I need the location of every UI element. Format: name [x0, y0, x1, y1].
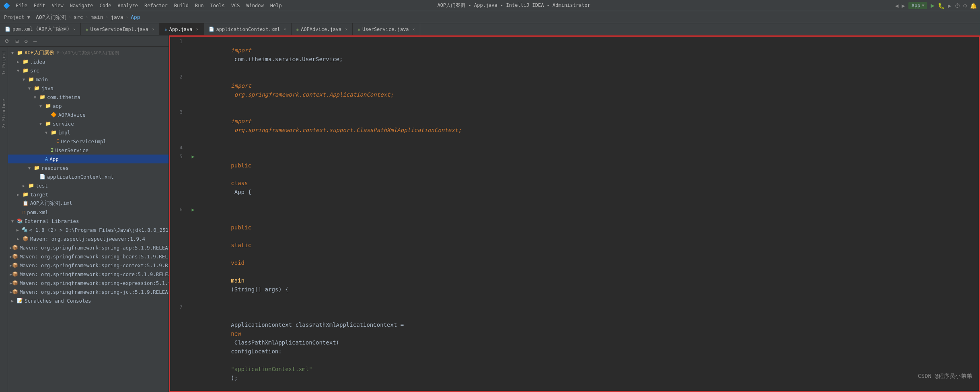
- menu-help[interactable]: Help: [268, 2, 284, 9]
- tree-node-target[interactable]: ▶ 📁 target: [8, 190, 168, 199]
- tree-node-main[interactable]: ▼ 📁 main: [8, 75, 168, 84]
- minimize-icon[interactable]: —: [32, 37, 38, 45]
- tree-node-jdk[interactable]: ▶ 🔩 < 1.8 (2) > D:\Program Files\Java\jd…: [8, 225, 168, 234]
- menu-window[interactable]: Window: [244, 2, 266, 9]
- tree-node-aopiml[interactable]: ▶ 📋 AOP入门案例.iml: [8, 199, 168, 208]
- tree-node-extlibs[interactable]: ▼ 📚 External Libraries: [8, 217, 168, 225]
- expand-root[interactable]: ▼: [11, 51, 17, 55]
- gutter-5[interactable]: ▶: [189, 152, 197, 161]
- tree-node-idea[interactable]: ▶ 📁 .idea: [8, 57, 168, 66]
- tab-aopadvice[interactable]: ☕ AOPAdvice.java ✕: [292, 23, 353, 35]
- tree-node-service[interactable]: ▼ 📁 service: [8, 119, 168, 128]
- back-icon[interactable]: ◀: [895, 2, 898, 9]
- tree-node-userservice[interactable]: ▶ I UserService: [8, 146, 168, 155]
- collapse-all-icon[interactable]: ⊟: [14, 37, 20, 45]
- expand-extlibs[interactable]: ▼: [11, 219, 17, 223]
- expand-idea[interactable]: ▶: [17, 60, 23, 64]
- expand-resources[interactable]: ▼: [28, 166, 34, 170]
- line-content-4[interactable]: [197, 143, 980, 152]
- coverage-button[interactable]: ▶: [948, 2, 951, 9]
- tab-userserviceimpl[interactable]: ☕ UserServiceImpl.java ✕: [81, 23, 160, 35]
- tree-node-java[interactable]: ▼ 📁 java: [8, 84, 168, 93]
- run-config-dropdown-icon[interactable]: ▼: [922, 3, 924, 8]
- gutter-6[interactable]: ▶: [189, 205, 197, 214]
- breadcrumb-project[interactable]: AOP入门案例: [36, 14, 66, 21]
- menu-navigate[interactable]: Navigate: [68, 2, 96, 9]
- notification-button[interactable]: 🔔: [970, 2, 977, 9]
- menu-code[interactable]: Code: [97, 2, 114, 9]
- code-content[interactable]: 1 import com.itheima.service.UserService…: [169, 35, 980, 392]
- tab-app-java[interactable]: ☕ App.java ✕: [160, 23, 203, 35]
- tab-userservice[interactable]: ☕ UserService.java ✕: [353, 23, 420, 35]
- tree-node-springbeans[interactable]: ▶ 📦 Maven: org.springframework:spring-be…: [8, 252, 168, 261]
- tree-node-springcontext[interactable]: ▶ 📦 Maven: org.springframework:spring-co…: [8, 261, 168, 270]
- tree-node-pomxml[interactable]: ▶ m pom.xml: [8, 208, 168, 217]
- expand-java[interactable]: ▼: [28, 86, 34, 91]
- tree-node-comitheima[interactable]: ▼ 📁 com.itheima: [8, 93, 168, 101]
- expand-src[interactable]: ▼: [17, 68, 23, 73]
- expand-target[interactable]: ▶: [17, 192, 23, 197]
- code-editor[interactable]: 1 import com.itheima.service.UserService…: [169, 35, 980, 392]
- menu-build[interactable]: Build: [172, 2, 191, 9]
- menu-view[interactable]: View: [49, 2, 66, 9]
- breadcrumb-src[interactable]: src: [74, 14, 83, 20]
- tab-close-pom[interactable]: ✕: [73, 27, 76, 31]
- tree-node-aopadvice[interactable]: ▶ 🔶 AOPAdvice: [8, 110, 168, 119]
- tab-pom-xml[interactable]: 📄 pom.xml (AOP入门案例) ✕: [0, 23, 81, 35]
- tree-node-aop[interactable]: ▼ 📁 aop: [8, 101, 168, 110]
- tab-close-app[interactable]: ✕: [196, 27, 199, 31]
- expand-jdk[interactable]: ▶: [16, 228, 22, 232]
- expand-scratches[interactable]: ▶: [11, 299, 17, 303]
- debug-button[interactable]: 🐛: [938, 2, 945, 9]
- breadcrumb-java[interactable]: java: [111, 14, 123, 20]
- menu-tools[interactable]: Tools: [208, 2, 227, 9]
- expand-comitheima[interactable]: ▼: [34, 95, 39, 99]
- vtab-project[interactable]: 1: Project: [2, 51, 6, 75]
- line-content-1[interactable]: import com.itheima.service.UserService;: [197, 37, 980, 72]
- tree-node-root[interactable]: ▼ 📁 AOP入门案例 E:\AOP入门案例\AOP入门案例: [8, 48, 168, 57]
- tree-node-scratches[interactable]: ▶ 📝 Scratches and Consoles: [8, 296, 168, 305]
- profile-button[interactable]: ⏱: [955, 2, 960, 9]
- line-content-5[interactable]: public class App {: [197, 152, 980, 205]
- tree-node-springcore[interactable]: ▶ 📦 Maven: org.springframework:spring-co…: [8, 270, 168, 279]
- tab-appcontext-xml[interactable]: 📄 applicationContext.xml ✕: [204, 23, 292, 35]
- tree-node-springjcl[interactable]: ▶ 📦 Maven: org.springframework:spring-jc…: [8, 287, 168, 296]
- menu-refactor[interactable]: Refactor: [142, 2, 170, 9]
- menu-run[interactable]: Run: [193, 2, 206, 9]
- menu-analyze[interactable]: Analyze: [115, 2, 140, 9]
- tree-node-src[interactable]: ▼ 📁 src: [8, 66, 168, 75]
- tree-node-userserviceimpl[interactable]: ▶ C UserServiceImpl: [8, 137, 168, 146]
- expand-aop[interactable]: ▼: [39, 104, 45, 108]
- line-content-3[interactable]: import org.springframework.context.suppo…: [197, 108, 980, 143]
- expand-impl[interactable]: ▼: [45, 130, 51, 135]
- tab-close-usi[interactable]: ✕: [152, 27, 154, 31]
- tree-node-test[interactable]: ▶ 📁 test: [8, 181, 168, 190]
- breadcrumb-main[interactable]: main: [90, 14, 103, 20]
- tree-node-appctx[interactable]: ▶ 📄 applicationContext.xml: [8, 172, 168, 181]
- expand-main[interactable]: ▼: [23, 77, 28, 82]
- tree-node-app[interactable]: ▶ A App: [8, 155, 168, 163]
- run-button[interactable]: ▶: [931, 2, 935, 9]
- forward-icon[interactable]: ▶: [902, 2, 905, 9]
- line-content-2[interactable]: import org.springframework.context.Appli…: [197, 72, 980, 108]
- tab-close-us[interactable]: ✕: [413, 27, 415, 31]
- vtab-structure[interactable]: 2: Structure: [2, 99, 6, 128]
- line-content-7[interactable]: ApplicationContext classPathXmlApplicati…: [197, 303, 980, 391]
- tree-node-springexpr[interactable]: ▶ 📦 Maven: org.springframework:spring-ex…: [8, 279, 168, 287]
- line-content-6[interactable]: public static void main (String[] args) …: [197, 205, 980, 303]
- menu-edit[interactable]: Edit: [31, 2, 48, 9]
- settings-button[interactable]: ⚙: [964, 2, 967, 9]
- menu-file[interactable]: File: [13, 2, 30, 9]
- gear-icon[interactable]: ⚙: [23, 37, 29, 45]
- tree-node-aspectj[interactable]: ▶ 📦 Maven: org.aspectj:aspectjweaver:1.9…: [8, 234, 168, 243]
- tab-close-aop[interactable]: ✕: [345, 27, 347, 31]
- expand-aspectj[interactable]: ▶: [17, 237, 23, 241]
- breadcrumb-app[interactable]: App: [131, 14, 140, 20]
- menu-vcs[interactable]: VCS: [229, 2, 242, 9]
- expand-service[interactable]: ▼: [39, 122, 45, 126]
- tree-node-springaop[interactable]: ▶ 📦 Maven: org.springframework:spring-ao…: [8, 243, 168, 252]
- tree-node-impl[interactable]: ▼ 📁 impl: [8, 128, 168, 137]
- tree-node-resources[interactable]: ▼ 📁 resources: [8, 163, 168, 172]
- expand-test[interactable]: ▶: [23, 184, 28, 188]
- tab-close-ctx[interactable]: ✕: [284, 27, 286, 31]
